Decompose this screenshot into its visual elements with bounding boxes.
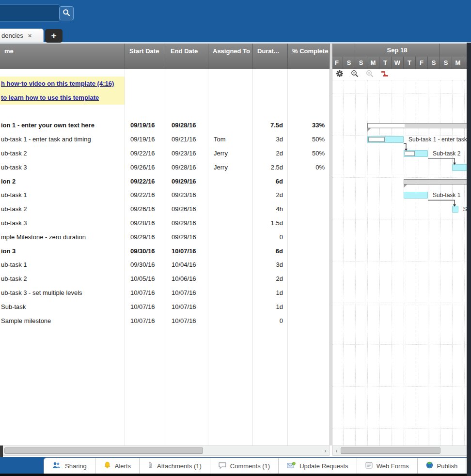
grid-cell-pct[interactable] — [288, 258, 330, 272]
comments-tab[interactable]: Comments (1) — [210, 458, 279, 474]
grid-cell-end[interactable]: 09/29/16 — [166, 230, 208, 244]
grid-cell-duration[interactable]: 2d — [253, 146, 288, 160]
grid-cell-end[interactable]: 09/23/16 — [166, 188, 208, 202]
grid-cell-duration[interactable]: 6d — [253, 244, 288, 258]
grid-cell-pct[interactable]: 0% — [288, 160, 330, 174]
template-help-link[interactable]: to learn how to use this template — [1, 91, 99, 105]
grid-cell-pct[interactable] — [288, 188, 330, 202]
grid-cell-duration[interactable]: 3d — [253, 258, 288, 272]
grid-cell-end[interactable]: 10/04/16 — [166, 258, 208, 272]
grid-cell-end[interactable]: 10/06/16 — [166, 272, 208, 286]
column-header-name[interactable]: me — [0, 44, 125, 69]
grid-cell-start[interactable]: 10/05/16 — [125, 272, 166, 286]
grid-cell-assigned[interactable]: Jerry — [208, 160, 253, 174]
column-header-end[interactable]: End Date — [166, 44, 208, 69]
critical-path-button[interactable] — [380, 70, 389, 79]
update-requests-tab[interactable]: Update Requests — [279, 458, 357, 474]
grid-horizontal-scrollbar[interactable]: › — [0, 445, 330, 456]
grid-cell-start[interactable]: 09/30/16 — [125, 244, 166, 258]
grid-cell-start[interactable]: 09/22/16 — [125, 188, 166, 202]
grid-cell-duration[interactable]: 2.5d — [253, 160, 288, 174]
grid-cell-end[interactable]: 09/26/16 — [166, 202, 208, 216]
table-row[interactable]: ub-task 309/26/1609/28/16Jerry2.5d0% — [0, 160, 330, 174]
grid-cell-end[interactable]: 10/07/16 — [166, 300, 208, 314]
table-row[interactable]: ub-task 109/22/1609/23/162d — [0, 188, 330, 202]
add-tab-button[interactable]: + — [45, 29, 63, 43]
grid-cell-assigned[interactable]: Tom — [208, 132, 253, 146]
grid-cell-end[interactable]: 09/23/16 — [166, 146, 208, 160]
table-row[interactable]: ub-task 1 - enter task and timing09/19/1… — [0, 132, 330, 146]
zoom-out-button[interactable] — [350, 70, 359, 79]
grid-cell-name[interactable]: ub-task 1 - enter task and timing — [0, 132, 125, 146]
column-header-start[interactable]: Start Date — [125, 44, 166, 69]
grid-cell-end[interactable]: 10/07/16 — [166, 244, 208, 258]
table-row[interactable]: ub-task 209/22/1609/23/16Jerry2d50% — [0, 146, 330, 160]
grid-cell-pct[interactable] — [288, 300, 330, 314]
grid-cell-start[interactable]: 09/19/16 — [125, 118, 166, 132]
grid-cell-duration[interactable]: 0 — [253, 230, 288, 244]
grid-cell-duration[interactable]: 2d — [253, 272, 288, 286]
sheet-tab-dependencies[interactable]: dencies × — [0, 29, 44, 42]
grid-cell-pct[interactable] — [288, 230, 330, 244]
grid-cell-name[interactable]: Sample milestone — [0, 314, 125, 328]
grid-cell-assigned[interactable] — [208, 202, 253, 216]
alerts-tab[interactable]: Alerts — [95, 458, 140, 474]
grid-cell-assigned[interactable] — [208, 300, 253, 314]
grid-cell-duration[interactable]: 1d — [253, 286, 288, 300]
grid-cell-name[interactable]: ub-task 1 — [0, 188, 125, 202]
grid-cell-name[interactable]: Sub-task — [0, 300, 125, 314]
grid-cell-start[interactable]: 09/26/16 — [125, 202, 166, 216]
table-row[interactable]: ub-task 210/05/1610/06/162d — [0, 272, 330, 286]
table-row[interactable]: mple Milestone - zero duration09/29/1609… — [0, 230, 330, 244]
grid-cell-end[interactable]: 09/28/16 — [166, 160, 208, 174]
table-row[interactable]: ion 309/30/1610/07/166d — [0, 244, 330, 258]
grid-cell-start[interactable]: 09/26/16 — [125, 160, 166, 174]
grid-cell-name[interactable]: ub-task 3 - set multiple levels — [0, 286, 125, 300]
table-row[interactable]: ub-task 309/28/1609/29/161.5d — [0, 216, 330, 230]
grid-cell-name[interactable]: ub-task 2 — [0, 202, 125, 216]
template-help-link[interactable]: h how-to video on this template (4:16) — [1, 77, 114, 91]
grid-cell-assigned[interactable] — [208, 258, 253, 272]
grid-cell-duration[interactable]: 1.5d — [253, 216, 288, 230]
scrollbar-thumb[interactable] — [341, 447, 440, 454]
web-forms-tab[interactable]: Web Forms — [357, 458, 418, 474]
publish-tab[interactable]: Publish — [418, 458, 467, 474]
grid-cell-name[interactable]: ub-task 3 — [0, 216, 125, 230]
grid-cell-end[interactable]: 09/28/16 — [166, 118, 208, 132]
grid-cell-pct[interactable] — [288, 202, 330, 216]
grid-cell-pct[interactable] — [288, 174, 330, 188]
grid-cell-duration[interactable]: 6d — [253, 174, 288, 188]
grid-cell-name[interactable]: ub-task 3 — [0, 160, 125, 174]
grid-cell-assigned[interactable] — [208, 272, 253, 286]
table-row[interactable]: ub-task 109/30/1610/04/163d — [0, 258, 330, 272]
grid-cell-end[interactable]: 10/07/16 — [166, 286, 208, 300]
table-row[interactable]: Sub-task10/07/1610/07/161d — [0, 300, 330, 314]
table-row[interactable]: Sample milestone10/07/1610/07/160 — [0, 314, 330, 328]
grid-cell-pct[interactable]: 33% — [288, 118, 330, 132]
grid-cell-assigned[interactable] — [208, 216, 253, 230]
gantt-settings-button[interactable] — [335, 70, 344, 79]
grid-cell-assigned[interactable]: Jerry — [208, 146, 253, 160]
search-button[interactable] — [59, 6, 74, 20]
grid-cell-pct[interactable] — [288, 286, 330, 300]
table-row[interactable] — [0, 105, 330, 119]
grid-cell-pct[interactable]: 50% — [288, 132, 330, 146]
grid-cell-assigned[interactable] — [208, 174, 253, 188]
grid-cell-duration[interactable]: 0 — [253, 314, 288, 328]
grid-cell-end[interactable]: 10/07/16 — [166, 314, 208, 328]
column-header-assigned[interactable]: Assigned To — [208, 44, 253, 69]
column-header-duration[interactable]: Durat... — [253, 44, 288, 69]
table-row[interactable]: ub-task 209/26/1609/26/164h — [0, 202, 330, 216]
grid-cell-end[interactable]: 09/21/16 — [166, 132, 208, 146]
grid-cell-duration[interactable]: 2d — [253, 188, 288, 202]
grid-cell-start[interactable]: 10/07/16 — [125, 314, 166, 328]
grid-cell-start[interactable]: 09/22/16 — [125, 146, 166, 160]
grid-cell-end[interactable]: 09/29/16 — [166, 216, 208, 230]
close-tab-icon[interactable]: × — [28, 32, 32, 39]
grid-cell-name[interactable]: ub-task 2 — [0, 272, 125, 286]
scroll-right-arrow-icon[interactable]: › — [322, 446, 329, 455]
grid-cell-end[interactable]: 09/29/16 — [166, 174, 208, 188]
search-input[interactable] — [0, 4, 60, 22]
grid-cell-name[interactable]: ion 2 — [0, 174, 125, 188]
grid-cell-name[interactable]: mple Milestone - zero duration — [0, 230, 125, 244]
